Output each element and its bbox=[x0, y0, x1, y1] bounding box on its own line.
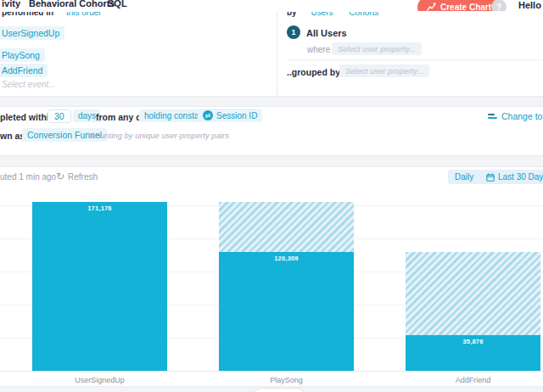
app-screen: ivity Behavioral Cohorts SQL Create Char… bbox=[0, 0, 543, 392]
computed-time-label: uted 1 min ago bbox=[0, 172, 56, 182]
session-id-control[interactable]: ⇄ Session ID bbox=[198, 109, 262, 122]
session-icon: ⇄ bbox=[203, 110, 213, 120]
funnel-bar-AddFriend[interactable]: 35,876 bbox=[406, 252, 540, 371]
event-step-1[interactable]: UserSignedUp bbox=[0, 26, 64, 40]
where-property-input[interactable]: Select user property... bbox=[332, 42, 422, 55]
module-divider bbox=[277, 11, 277, 96]
bar-value-label: 120,309 bbox=[219, 255, 354, 262]
calendar-icon bbox=[486, 173, 495, 182]
user-greeting[interactable]: Hello bbox=[518, 0, 541, 10]
date-range-button[interactable]: Last 30 Days bbox=[479, 170, 543, 184]
drop-off-hatch bbox=[406, 252, 540, 335]
spacer-band-2 bbox=[0, 155, 543, 167]
nav-item-sql[interactable]: SQL bbox=[108, 0, 127, 8]
grouped-by-label: ..grouped by bbox=[287, 67, 340, 77]
segment-tab-users[interactable]: Users bbox=[311, 12, 333, 17]
drop-off-hatch bbox=[219, 202, 354, 252]
daily-interval-button[interactable]: Daily bbox=[448, 170, 480, 184]
segment-header-clipped: by Users Cohorts bbox=[287, 12, 541, 20]
ab-test-icon bbox=[488, 114, 497, 119]
bottom-control-pill[interactable] bbox=[255, 388, 304, 392]
completed-within-label: pleted within bbox=[0, 112, 54, 122]
change-ab-link[interactable]: Change to AB Testing bbox=[488, 111, 543, 121]
change-ab-label: Change to AB Testing bbox=[501, 111, 543, 121]
segment-divider bbox=[288, 59, 543, 60]
segment-header-text: by bbox=[287, 12, 297, 17]
x-axis-baseline bbox=[0, 371, 543, 372]
refresh-button[interactable]: Refresh bbox=[68, 172, 98, 182]
nav-item-activity[interactable]: ivity bbox=[2, 0, 20, 8]
converted-segment: 35,876 bbox=[406, 335, 540, 371]
nav-item-behavioral-cohorts[interactable]: Behavioral Cohorts bbox=[29, 0, 115, 8]
bar-value-label: 35,876 bbox=[406, 338, 540, 345]
query-modules: performed in this order UserSignedUp Pla… bbox=[0, 11, 543, 96]
x-axis-label: PlaySong bbox=[219, 376, 354, 384]
this-order-link[interactable]: this order bbox=[66, 12, 102, 17]
funnel-settings: pleted within 30 days from any day holdi… bbox=[0, 107, 543, 155]
segment-step-badge: 1 bbox=[287, 25, 300, 39]
session-id-label: Session ID bbox=[216, 111, 257, 120]
spacer-band-1 bbox=[0, 96, 543, 107]
counting-note: counting by unique user-property pairs bbox=[92, 131, 229, 140]
event-step-3[interactable]: AddFriend bbox=[0, 64, 48, 77]
segment-name[interactable]: All Users bbox=[306, 28, 347, 38]
segment-step-number: 1 bbox=[291, 28, 295, 36]
shown-as-label: wn as bbox=[0, 131, 25, 141]
select-event-placeholder[interactable]: Select event... bbox=[2, 80, 55, 89]
x-axis-label: AddFriend bbox=[406, 376, 540, 384]
funnel-bar-UserSignedUp[interactable]: 171,176 bbox=[32, 202, 167, 371]
event-step-2[interactable]: PlaySong bbox=[0, 48, 45, 62]
funnel-bar-PlaySong[interactable]: 120,309 bbox=[219, 202, 354, 371]
refresh-icon[interactable]: ↻ bbox=[56, 171, 64, 182]
events-header-clipped: performed in this order bbox=[2, 12, 273, 20]
converted-segment: 120,309 bbox=[219, 252, 354, 371]
where-label: where bbox=[307, 45, 330, 54]
converted-segment: 171,176 bbox=[32, 202, 167, 371]
date-range-label: Last 30 Days bbox=[498, 172, 543, 182]
events-header-text: performed in bbox=[2, 12, 53, 17]
bar-value-label: 171,176 bbox=[32, 204, 167, 212]
x-axis-label: UserSignedUp bbox=[32, 376, 167, 384]
top-nav: ivity Behavioral Cohorts SQL Create Char… bbox=[0, 0, 543, 12]
chart-card: uted 1 min ago ↻ Refresh Daily Last 30 D… bbox=[0, 167, 543, 386]
question-icon: ? bbox=[496, 3, 501, 12]
segment-tab-cohorts[interactable]: Cohorts bbox=[349, 12, 378, 17]
conversion-window-value[interactable]: 30 bbox=[48, 109, 71, 123]
daily-label: Daily bbox=[455, 172, 473, 182]
grouped-by-property-input[interactable]: Select user property... bbox=[339, 64, 429, 77]
